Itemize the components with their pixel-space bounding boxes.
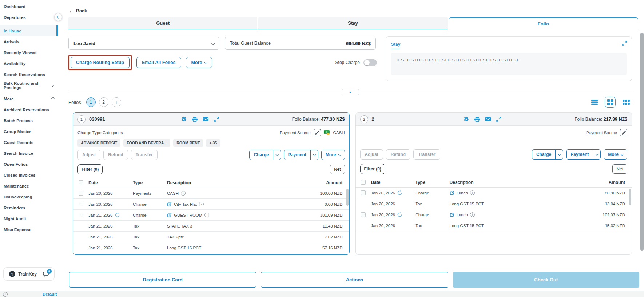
info-icon[interactable]: i bbox=[181, 191, 186, 196]
net-button[interactable]: Net bbox=[612, 164, 627, 174]
stay-notes-tab[interactable]: Stay bbox=[391, 42, 400, 49]
charge-dropdown[interactable] bbox=[273, 150, 281, 160]
row-checkbox[interactable] bbox=[79, 213, 83, 217]
theme-default-link[interactable]: Default bbox=[43, 292, 57, 296]
sidebar-item-departures[interactable]: Departures bbox=[0, 12, 58, 23]
row-checkbox[interactable] bbox=[361, 212, 366, 217]
sidebar-item-bulk-routing-and-postings[interactable]: Bulk Routing and Postings bbox=[0, 80, 58, 91]
payment-button[interactable]: Payment bbox=[284, 150, 310, 160]
folio-tab-1[interactable]: 1 bbox=[86, 97, 96, 107]
transfer-button[interactable]: Transfer bbox=[131, 150, 158, 160]
net-button[interactable]: Net bbox=[330, 165, 345, 174]
mail-icon[interactable] bbox=[485, 117, 491, 121]
sidebar-collapse-button[interactable] bbox=[54, 13, 62, 21]
edit-icon[interactable] bbox=[167, 202, 172, 206]
info-icon[interactable]: i bbox=[204, 213, 209, 217]
sidebar-item-archived-reservations[interactable]: Archived Reservations bbox=[0, 104, 58, 115]
payment-dropdown[interactable] bbox=[310, 150, 318, 160]
mail-icon[interactable] bbox=[203, 117, 208, 121]
sidebar-item-group-master[interactable]: Group Master bbox=[0, 126, 58, 137]
select-all-checkbox[interactable] bbox=[79, 180, 83, 185]
transfer-button[interactable]: Transfer bbox=[413, 149, 440, 160]
edit-icon[interactable] bbox=[450, 190, 454, 195]
collapse-panel-button[interactable]: ▲ bbox=[342, 89, 359, 95]
row-checkbox[interactable] bbox=[79, 191, 83, 196]
sidebar-item-label: In House bbox=[4, 29, 21, 33]
select-all-checkbox[interactable] bbox=[361, 180, 366, 185]
tab-guest[interactable]: Guest bbox=[68, 17, 257, 29]
guest-more-button[interactable]: More bbox=[186, 57, 212, 68]
actions-button[interactable]: Actions bbox=[261, 272, 448, 288]
check-out-button[interactable]: Check Out bbox=[453, 272, 639, 288]
sidebar-item-reminders[interactable]: Reminders bbox=[0, 202, 58, 213]
trainkey-button[interactable]: ? TrainKey 0 bbox=[3, 267, 55, 281]
sidebar-item-maintenance[interactable]: Maintenance bbox=[0, 181, 58, 192]
charge-dropdown[interactable] bbox=[555, 150, 563, 159]
charge-routing-setup-button[interactable]: Charge Routing Setup bbox=[71, 57, 130, 68]
edit-payment-source-button[interactable] bbox=[314, 129, 321, 136]
gear-icon[interactable] bbox=[464, 116, 469, 122]
grid-3-view-icon[interactable] bbox=[620, 97, 632, 107]
chat-icon[interactable]: 0 bbox=[43, 272, 49, 277]
edit-icon[interactable] bbox=[450, 212, 454, 217]
row-checkbox[interactable] bbox=[361, 190, 366, 195]
payment-button[interactable]: Payment bbox=[567, 150, 593, 159]
expand-icon[interactable] bbox=[214, 117, 219, 122]
charge-button[interactable]: Charge bbox=[532, 150, 555, 159]
filter-button[interactable]: Filter (0) bbox=[360, 164, 385, 174]
sidebar-item-batch-process[interactable]: Batch Process bbox=[0, 115, 58, 126]
sidebar-item-closed-invoices[interactable]: Closed Invoices bbox=[0, 170, 58, 181]
sidebar-item-recently-viewed[interactable]: Recently Viewed bbox=[0, 47, 58, 58]
info-icon[interactable]: i bbox=[199, 202, 204, 206]
folio-balance: Folio Balance: 217.39 NZ$ bbox=[575, 117, 627, 122]
stop-charge-toggle[interactable] bbox=[363, 59, 377, 66]
sidebar-item-open-folios[interactable]: Open Folios bbox=[0, 159, 58, 170]
gear-icon[interactable] bbox=[181, 116, 187, 122]
table-scrollbar[interactable] bbox=[629, 189, 631, 205]
tab-stay[interactable]: Stay bbox=[258, 17, 447, 29]
refund-button[interactable]: Refund bbox=[103, 150, 128, 160]
grid-2-view-icon[interactable] bbox=[605, 97, 616, 108]
sidebar-item-search-invoice[interactable]: Search Invoice bbox=[0, 148, 58, 159]
sidebar-item-guest-records[interactable]: Guest Records bbox=[0, 137, 58, 148]
adjust-button[interactable]: Adjust bbox=[77, 150, 100, 160]
row-amount: 86.96 NZD bbox=[584, 191, 632, 195]
filter-button[interactable]: Filter (0) bbox=[77, 164, 103, 174]
sidebar-item-dashboard[interactable]: Dashboard bbox=[0, 1, 58, 12]
adjust-button[interactable]: Adjust bbox=[360, 149, 383, 160]
expand-icon[interactable] bbox=[622, 41, 627, 46]
payment-dropdown[interactable] bbox=[593, 150, 600, 159]
sidebar-item-night-audit[interactable]: Night Audit bbox=[0, 213, 58, 224]
sidebar-item-misc-expense[interactable]: Misc Expense bbox=[0, 224, 58, 235]
guest-select[interactable]: Leo Javid bbox=[68, 37, 219, 50]
table-scrollbar[interactable] bbox=[346, 189, 349, 206]
list-view-icon[interactable] bbox=[589, 97, 600, 107]
registration-card-button[interactable]: Registration Card bbox=[69, 272, 256, 288]
sidebar-item-search-reservations[interactable]: Search Reservations bbox=[0, 69, 58, 80]
edit-icon[interactable] bbox=[167, 213, 172, 217]
folio-tab-2[interactable]: 2 bbox=[99, 97, 108, 107]
folio-more-button[interactable]: More bbox=[321, 150, 345, 160]
refund-button[interactable]: Refund bbox=[386, 149, 410, 160]
charge-button[interactable]: Charge bbox=[250, 150, 273, 160]
info-icon[interactable]: i bbox=[3, 292, 8, 297]
edit-payment-source-button[interactable] bbox=[620, 129, 627, 136]
tab-folio[interactable]: Folio bbox=[449, 17, 638, 29]
sidebar-item-housekeeping[interactable]: Housekeeping bbox=[0, 192, 58, 202]
info-icon[interactable]: i bbox=[470, 212, 475, 217]
back-button[interactable]: ← Back bbox=[69, 8, 87, 14]
sidebar-item-availability[interactable]: Availability bbox=[0, 58, 58, 69]
expand-icon[interactable] bbox=[496, 117, 501, 122]
add-folio-button[interactable]: + bbox=[112, 97, 121, 107]
info-icon[interactable]: i bbox=[470, 190, 475, 195]
printer-icon[interactable] bbox=[474, 117, 480, 122]
sidebar-item-label: Maintenance bbox=[4, 184, 29, 188]
page-scrollbar[interactable] bbox=[640, 33, 644, 251]
folio-more-button[interactable]: More bbox=[604, 149, 627, 160]
row-checkbox[interactable] bbox=[79, 202, 83, 206]
sidebar-item-in-house[interactable]: In House bbox=[0, 25, 58, 36]
email-all-folios-button[interactable]: Email All Folios bbox=[136, 57, 181, 68]
sidebar-item-arrivals[interactable]: Arrivals bbox=[0, 36, 58, 47]
printer-icon[interactable] bbox=[192, 117, 198, 122]
sidebar-item-more[interactable]: More bbox=[0, 93, 58, 104]
